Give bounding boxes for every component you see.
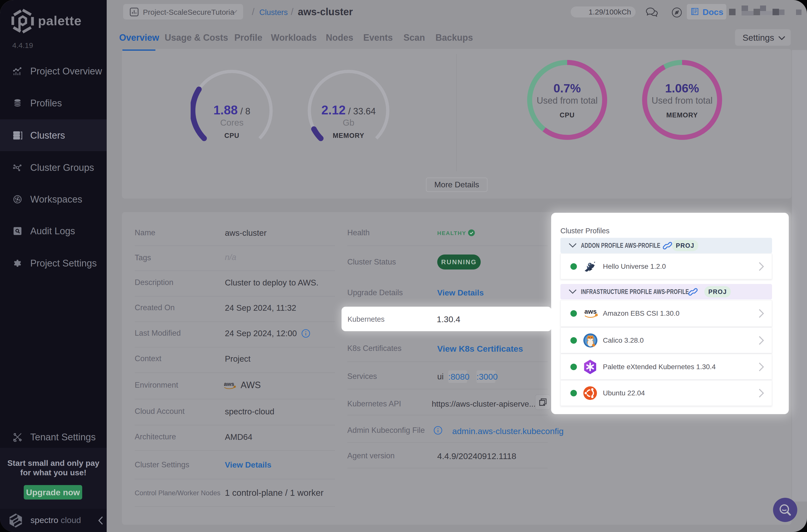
svg-text:aws: aws	[584, 308, 597, 315]
svg-text:aws: aws	[224, 381, 234, 387]
